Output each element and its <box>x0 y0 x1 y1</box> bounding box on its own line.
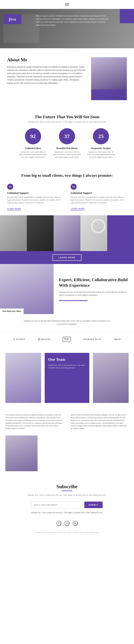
gallery-cell-4 <box>80 215 107 251</box>
stat-circle-2: 25 <box>93 128 109 144</box>
menu-button[interactable] <box>65 2 69 6</box>
subscribe-input-row: SUBMIT <box>31 502 103 508</box>
instagram-icon[interactable]: in <box>73 521 78 526</box>
promise-num-1: 02 <box>71 184 77 190</box>
logo-nv-label: NV <box>63 337 71 342</box>
logo-arch-label: ARCH <box>114 338 121 341</box>
team-text-col-right: While we were not the first home cleanin… <box>71 414 129 430</box>
gallery-strip <box>0 215 134 251</box>
promise-col-body-1: Duis aute irure dolor in reprehenderit i… <box>71 196 127 204</box>
hero-brand-label: first <box>9 17 16 22</box>
learn-more-link-0[interactable]: LEARN MORE <box>7 208 21 210</box>
team-center-title: Our Team <box>48 357 86 362</box>
team-center-box: Our Team Sample text. Click to select th… <box>45 353 89 403</box>
promise-col-1: 02 Unlimited Support Duis aute irure dol… <box>71 184 127 210</box>
stats-row: 92 Unlimited Ideas Sample text. Lorem ip… <box>7 128 127 158</box>
team-section: Our Team Sample text. Click to select th… <box>0 348 134 408</box>
logo-nv: NV <box>63 337 71 342</box>
subscribe-subtitle: Sample text. Click to select the text bo… <box>7 494 127 496</box>
future-subtitle: Sample text. Click to select the text bo… <box>7 121 127 123</box>
stat-item-1: 37 Beautiful Web Blocks Sample text. Lor… <box>53 128 81 158</box>
about-title: About Me <box>7 57 86 62</box>
about-photo-purple-bar <box>91 90 127 100</box>
logo-sunset: S SUNSET <box>13 338 25 341</box>
twitter-icon[interactable]: t <box>64 521 70 526</box>
hero-body-text: Pharrtra magna ac placerat vestibulum le… <box>36 14 111 26</box>
team-text-row: The principal reason we continue to adop… <box>0 408 134 436</box>
expert-photo-caption: New form new ideas <box>0 308 24 314</box>
subscribe-note: Sample text. Click to select the text bo… <box>22 511 112 514</box>
expert-photo-inner <box>0 264 54 314</box>
gallery-cell-5 <box>107 215 134 251</box>
logo-journeyplus-label: JOURNEY PLUS <box>83 338 101 341</box>
gallery-cell-3 <box>54 215 80 251</box>
team-photo-right <box>93 353 129 403</box>
logo-arch: ARCH <box>114 338 121 341</box>
subscribe-title: Subscribe <box>7 484 127 490</box>
team-bottom-row <box>0 436 134 476</box>
expert-purple-bar <box>59 300 88 301</box>
swirl-shape <box>91 219 105 233</box>
footer-body: Sample text. Click to select the text bo… <box>7 531 127 534</box>
logo-balvin-icon: B <box>38 337 41 342</box>
subscribe-underline <box>62 490 72 491</box>
stat-desc-1: Sample text. Lorem ipsum dolor sit amet,… <box>53 151 81 158</box>
hero-brand-box: first <box>3 14 21 24</box>
logo-balvin-label: BALVIN <box>41 338 51 341</box>
hero-purple-accent <box>120 9 134 23</box>
logo-sunset-icon: S <box>13 338 15 341</box>
subscribe-input[interactable] <box>31 502 84 508</box>
stat-item-0: 92 Unlimited Ideas Sample text. Lorem ip… <box>19 128 47 158</box>
logos-section: S SUNSET B BALVIN NV JOURNEY PLUS ARCH <box>0 331 134 348</box>
about-body: Podcasting operational change management… <box>7 66 86 85</box>
stat-number-2: 25 <box>98 133 104 139</box>
hero-text-block: Pharrtra magna ac placerat vestibulum le… <box>36 14 111 26</box>
expert-title: Expert, Efficient, Collaborative.Build W… <box>59 277 129 288</box>
promise-section: From big to small clients, two things I … <box>0 166 134 215</box>
about-text: About Me Podcasting operational change m… <box>7 57 86 85</box>
promise-col-title-1: Unlimited Support <box>71 192 127 194</box>
logo-balvin: B BALVIN <box>38 337 50 342</box>
stat-number-0: 92 <box>30 133 36 139</box>
gallery-learn-more-button[interactable]: LEARN MORE <box>53 254 81 261</box>
stat-desc-0: Sample text. Lorem ipsum dolor sit amet,… <box>19 151 47 158</box>
stat-label-0: Unlimited Ideas <box>25 147 41 150</box>
navbar <box>0 0 134 9</box>
subscribe-button[interactable]: SUBMIT <box>84 502 103 508</box>
promise-num-0: 01 <box>7 184 13 190</box>
gallery-btn-row: LEARN MORE <box>0 251 134 264</box>
logo-journeyplus: JOURNEY PLUS <box>83 338 101 341</box>
learn-more-link-1[interactable]: LEARN MORE <box>71 208 85 210</box>
about-section: About Me Podcasting operational change m… <box>0 48 134 107</box>
stat-label-1: Beautiful Web Blocks <box>56 147 78 150</box>
expert-photo: New form new ideas <box>0 264 54 314</box>
promise-col-body-0: Duis aute irure dolor in reprehenderit i… <box>7 196 63 204</box>
stat-number-1: 37 <box>64 133 70 139</box>
hero-section: first Pharrtra magna ac placerat vestibu… <box>0 9 134 48</box>
team-text-col-left: The principal reason we continue to adop… <box>5 414 63 430</box>
keeping-section: Keeping your eye on the ball while perfo… <box>0 314 134 331</box>
expert-section: New form new ideas Expert, Efficient, Co… <box>0 264 134 314</box>
team-center-body: Sample text. Click to select the text bo… <box>48 364 86 370</box>
team-bottom-photo <box>5 436 37 471</box>
about-photo <box>91 57 127 100</box>
subscribe-section: Subscribe Sample text. Click to select t… <box>0 476 134 518</box>
gallery-cell-2 <box>27 215 54 251</box>
social-row: f t in <box>0 518 134 529</box>
future-title: The Future That You Will See Soon <box>7 114 127 119</box>
promise-title: From big to small clients, two things I … <box>7 173 127 178</box>
footer-text: Sample text. Click to select the text bo… <box>0 529 134 537</box>
promise-col-0: 01 Unlimited Support Duis aute irure dol… <box>7 184 63 210</box>
promise-col-title-0: Unlimited Support <box>7 192 63 194</box>
promise-cols: 01 Unlimited Support Duis aute irure dol… <box>7 184 127 210</box>
team-photo-left <box>5 353 41 403</box>
stat-circle-1: 37 <box>59 128 75 144</box>
expert-text: Expert, Efficient, Collaborative.Build W… <box>54 264 134 314</box>
gallery-cell-1 <box>0 215 27 251</box>
logo-sunset-label: SUNSET <box>16 338 25 341</box>
hamburger-icon <box>65 3 69 6</box>
stat-circle-0: 92 <box>25 128 41 144</box>
keeping-body: Keeping your eye on the ball while perfo… <box>22 320 112 326</box>
facebook-icon[interactable]: f <box>56 521 61 526</box>
stat-label-2: Responsive Designs <box>91 147 111 150</box>
